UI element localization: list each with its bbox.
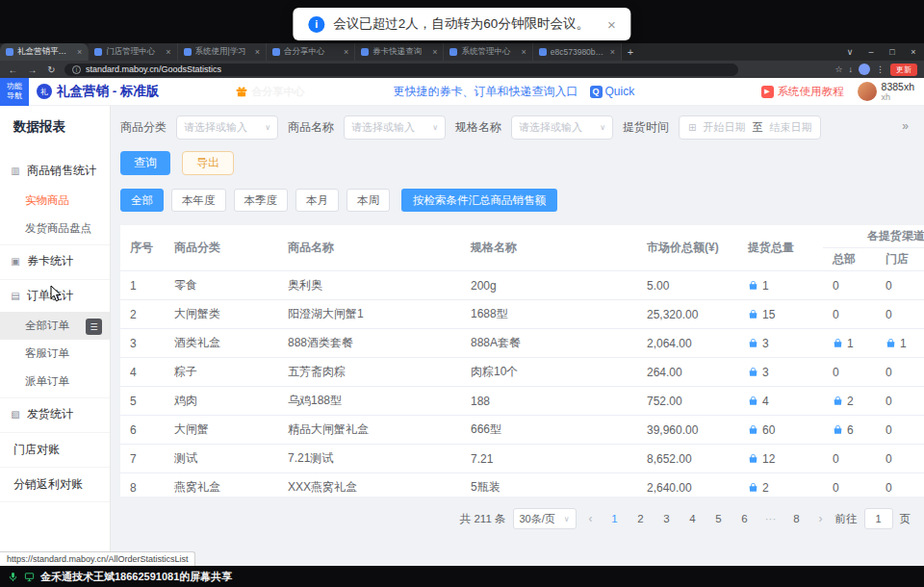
sidebar-group-header[interactable]: ▣券卡统计 <box>0 245 110 277</box>
maximize-icon[interactable]: □ <box>882 47 903 57</box>
page-size-select[interactable]: 30条/页 ∨ <box>513 508 577 529</box>
summary-button[interactable]: 按检索条件汇总商品销售额 <box>401 189 557 212</box>
sidebar-group-header[interactable]: ▥商品销售统计 <box>0 155 110 187</box>
table-row: 2大闸蟹类阳澄湖大闸蟹11688型25,320.001500 <box>120 300 924 329</box>
tab-close-icon[interactable]: × <box>77 47 82 57</box>
close-window-icon[interactable]: × <box>903 47 924 57</box>
page-button[interactable]: 1 <box>605 508 625 529</box>
tab-close-icon[interactable]: × <box>432 47 437 57</box>
column-group-columns: 总部门店 <box>823 248 924 270</box>
download-icon[interactable]: ↓ <box>849 64 854 74</box>
pickup-qty-cell: 3 <box>738 329 823 357</box>
range-tab[interactable]: 全部 <box>120 189 164 212</box>
date-start-placeholder: 开始日期 <box>703 120 745 135</box>
browser-tab[interactable]: e8c573980b1328a258fd2e6× <box>533 43 622 61</box>
cell-value: 3 <box>762 337 769 350</box>
sidebar-item[interactable]: 发货商品盘点 <box>0 215 110 242</box>
tab-favicon-icon <box>6 48 13 56</box>
minimize-icon[interactable]: – <box>860 47 882 57</box>
browser-tab[interactable]: 礼盒营销平台管理中心× <box>0 43 89 61</box>
tab-close-icon[interactable]: × <box>255 47 260 57</box>
sidebar-item[interactable]: 客服订单 <box>0 340 110 368</box>
browser-menu-dots-icon[interactable]: ⋮ <box>876 64 885 74</box>
user-avatar[interactable] <box>858 82 877 101</box>
truck-icon: ▧ <box>10 409 21 420</box>
table-row: 1零食奥利奥200g5.00100 <box>120 271 924 300</box>
page-button[interactable]: 5 <box>709 508 729 529</box>
date-range-picker[interactable]: ⊞ 开始日期 至 结束日期 <box>679 115 821 140</box>
bookmark-star-icon[interactable]: ☆ <box>834 64 842 74</box>
tab-close-icon[interactable]: × <box>610 47 615 57</box>
pickup-qty-cell: 15 <box>738 300 823 328</box>
screen-share-icon <box>24 572 35 582</box>
tab-close-icon[interactable]: × <box>344 47 348 57</box>
sidebar-group-header[interactable]: ▤订单统计 <box>0 280 110 312</box>
table-cell: 大闸蟹类 <box>165 300 278 328</box>
browser-tab[interactable]: 系统管理中心× <box>444 43 532 61</box>
range-tab[interactable]: 本季度 <box>234 189 289 212</box>
tab-search-icon[interactable]: ∨ <box>839 47 860 57</box>
back-icon[interactable]: ← <box>7 64 19 75</box>
page-button[interactable]: 6 <box>735 508 755 529</box>
sidebar-item[interactable]: 派单订单 <box>0 368 110 396</box>
browser-tab[interactable]: 系统使用|学习× <box>178 43 267 61</box>
browser-tab[interactable]: 门店管理中心× <box>89 43 177 61</box>
table-cell: 奥利奥 <box>278 271 461 299</box>
sidebar-item[interactable]: 实物商品 <box>0 187 110 215</box>
sidebar-group-header[interactable]: ▧发货统计 <box>0 398 110 430</box>
date-end-placeholder: 结束日期 <box>769 120 811 135</box>
address-bar[interactable]: i standard.maboy.cn/GoodsStatistics <box>64 64 738 76</box>
forward-icon[interactable]: → <box>26 64 38 75</box>
table-cell: 264.00 <box>637 358 738 386</box>
reload-icon[interactable]: ↻ <box>45 64 58 75</box>
goto-page-input[interactable]: 1 <box>864 508 893 529</box>
tutorial-link[interactable]: ▶ 系统使用教程 <box>761 85 844 99</box>
tab-close-icon[interactable]: × <box>522 47 526 57</box>
table-cell: 888A套餐 <box>461 329 637 357</box>
site-info-icon[interactable]: i <box>72 65 81 74</box>
tab-label: 合分享中心 <box>284 46 340 58</box>
table-cell: 大闸蟹 <box>165 416 278 444</box>
tutorial-icon: ▶ <box>761 86 774 98</box>
page-button[interactable]: 8 <box>787 508 807 529</box>
floating-menu-handle[interactable]: ☰ <box>86 319 102 335</box>
range-tab[interactable]: 本年度 <box>171 189 226 212</box>
sidebar-item[interactable]: 门店对账 <box>0 433 110 468</box>
next-page-icon[interactable]: › <box>813 512 829 525</box>
prev-page-icon[interactable]: ‹ <box>583 512 599 525</box>
range-tab[interactable]: 本周 <box>346 189 390 212</box>
collapse-filters-icon[interactable]: » <box>902 119 909 133</box>
tab-close-icon[interactable]: × <box>166 47 170 57</box>
tab-strip-spacer <box>639 43 839 61</box>
export-button[interactable]: 导出 <box>182 151 234 175</box>
browser-profile-avatar[interactable] <box>859 64 870 75</box>
table-cell: 200g <box>461 271 637 299</box>
sidebar-item[interactable]: 分销返利对账 <box>0 468 110 502</box>
pickup-qty-cell: 12 <box>738 445 823 472</box>
cell-value: 0 <box>886 308 892 321</box>
close-icon[interactable]: × <box>607 16 616 33</box>
browser-tab[interactable]: 合分享中心× <box>267 43 355 61</box>
function-nav-button[interactable]: 功能 导航 <box>0 78 29 106</box>
table-cell: 5.00 <box>637 271 738 299</box>
page-button[interactable]: 2 <box>631 508 651 529</box>
browser-tab[interactable]: 券卡快递查询× <box>355 43 444 61</box>
range-tab[interactable]: 本月 <box>295 189 339 212</box>
filter-select[interactable]: 请选择或输入∨ <box>511 115 613 140</box>
share-center-link[interactable]: 合分享中心 <box>235 85 305 99</box>
pickup-bag-icon <box>833 338 843 348</box>
info-icon: i <box>308 16 324 33</box>
browser-update-badge[interactable]: 更新 <box>890 64 917 76</box>
microphone-icon <box>8 572 18 582</box>
filter-row: 商品分类请选择或输入∨商品名称请选择或输入∨规格名称请选择或输入∨ 提货时间 ⊞… <box>120 115 924 140</box>
page-button[interactable]: 3 <box>657 508 677 529</box>
filter-select[interactable]: 请选择或输入∨ <box>176 115 278 140</box>
quick-entry-tip[interactable]: 更快捷的券卡、订单和快递查询入口 <box>394 84 578 100</box>
filter-select[interactable]: 请选择或输入∨ <box>344 115 446 140</box>
search-button[interactable]: 查询 <box>120 151 170 175</box>
quick-link[interactable]: Q Quick <box>590 85 635 98</box>
new-tab-button[interactable]: + <box>622 43 639 61</box>
date-separator: 至 <box>752 120 762 135</box>
page-button[interactable]: 4 <box>683 508 703 529</box>
meeting-notification: i 会议已超过2人，自动转为60分钟限时会议。 × <box>293 8 630 40</box>
